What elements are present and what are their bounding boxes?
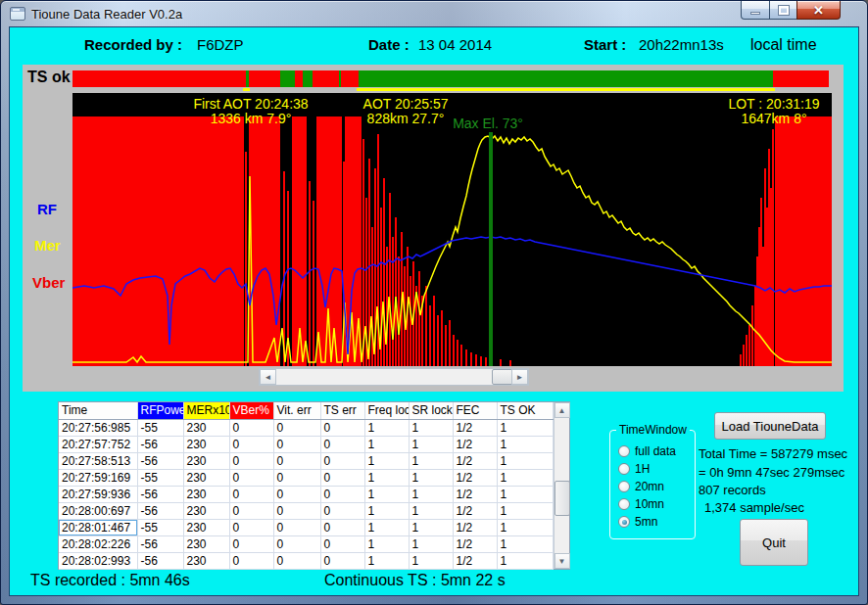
table-scrollbar-thumb[interactable] bbox=[555, 481, 570, 516]
table-cell: 20:27:59:936 bbox=[59, 486, 137, 502]
ts-segment-red bbox=[72, 70, 246, 87]
close-button[interactable]: ✕ bbox=[796, 1, 841, 20]
maximize-icon bbox=[779, 6, 789, 15]
radio-full-data[interactable]: full data bbox=[618, 442, 691, 460]
recorded-by-label: Recorded by : bbox=[84, 36, 182, 53]
table-cell: 0 bbox=[320, 519, 364, 535]
legend-vber: Vber bbox=[32, 274, 65, 291]
scroll-left-icon[interactable]: ◄ bbox=[260, 369, 276, 385]
table-cell: -56 bbox=[137, 502, 183, 519]
table-cell: 1/2 bbox=[453, 486, 497, 502]
table-row[interactable]: 20:27:57:752-56230000111/21 bbox=[59, 436, 553, 452]
radio-20mn[interactable]: 20mn bbox=[618, 478, 691, 495]
column-header-ts-err[interactable]: TS err bbox=[320, 402, 364, 419]
radio-icon[interactable] bbox=[618, 516, 630, 528]
chart-annotation-2: Max El. 73° bbox=[453, 116, 523, 131]
data-grid: TimeRFPowerMERx10VBer%Vit. errTS errFreq… bbox=[58, 401, 570, 570]
table-cell: -56 bbox=[137, 486, 183, 502]
table-cell: 1/2 bbox=[453, 436, 497, 452]
recorded-by-value: F6DZP bbox=[197, 36, 244, 53]
column-header-ts-ok[interactable]: TS OK bbox=[497, 402, 553, 419]
table-row[interactable]: 20:27:58:513-56230000111/21 bbox=[59, 452, 553, 469]
load-tiounedata-button[interactable]: Load TiouneData bbox=[714, 412, 826, 440]
time-window-options: full data1H20mn10mn5mn bbox=[618, 442, 691, 531]
table-cell: 1/2 bbox=[453, 535, 497, 552]
table-cell: 230 bbox=[183, 486, 229, 502]
table-cell: -55 bbox=[137, 519, 183, 535]
table-cell: 0 bbox=[229, 486, 273, 502]
radio-1H[interactable]: 1H bbox=[618, 460, 691, 478]
maximize-button[interactable] bbox=[769, 1, 797, 20]
radio-label: 5mn bbox=[635, 515, 657, 529]
records-count: 807 records bbox=[699, 483, 766, 497]
table-cell: 0 bbox=[273, 552, 320, 569]
table-cell: 0 bbox=[320, 486, 364, 502]
telemetry-chart: First AOT 20:24:381336 km 7.9°AOT 20:25:… bbox=[72, 93, 832, 366]
radio-icon[interactable] bbox=[618, 445, 630, 457]
titlebar[interactable]: Tioune Data Reader V0.2a bbox=[1, 1, 867, 26]
date-value: 13 04 2014 bbox=[418, 36, 492, 53]
minimize-icon bbox=[750, 12, 760, 15]
chart-scrollbar[interactable]: ◄ ► bbox=[259, 368, 529, 386]
ts-segment-red bbox=[313, 70, 339, 87]
continuous-ts-label: Continuous TS : 5mn 22 s bbox=[324, 572, 506, 589]
quit-button[interactable]: Quit bbox=[740, 519, 808, 566]
start-value: 20h22mn13s bbox=[639, 36, 724, 53]
table-cell: 0 bbox=[320, 535, 364, 552]
table-cell: 0 bbox=[229, 469, 273, 486]
table-cell: 0 bbox=[320, 419, 364, 436]
table-cell: 1 bbox=[497, 452, 553, 469]
scroll-down-icon[interactable]: ▼ bbox=[555, 553, 570, 569]
minimize-button[interactable] bbox=[741, 1, 770, 20]
column-header-vit-err[interactable]: Vit. err bbox=[273, 402, 320, 419]
column-header-freq-lock[interactable]: Freq lock bbox=[364, 402, 409, 419]
table-cell: 0 bbox=[273, 469, 320, 486]
table-cell: 0 bbox=[320, 552, 364, 569]
table-cell: 1 bbox=[409, 552, 453, 569]
time-window-label: TimeWindow bbox=[616, 423, 690, 437]
table-row[interactable]: 20:27:56:985-55230000111/21 bbox=[59, 419, 553, 436]
table-scrollbar[interactable]: ▲ ▼ bbox=[554, 402, 570, 569]
start-label: Start : bbox=[584, 36, 626, 53]
ts-yellow-mark bbox=[243, 88, 250, 91]
column-header-vber-[interactable]: VBer% bbox=[229, 402, 273, 419]
table-row[interactable]: 20:28:01:467-55230000111/21 bbox=[59, 519, 553, 535]
ts-recorded-label: TS recorded : 5mn 46s bbox=[30, 572, 190, 589]
table-cell: 0 bbox=[320, 436, 364, 452]
column-header-merx10[interactable]: MERx10 bbox=[183, 402, 229, 419]
radio-icon[interactable] bbox=[618, 481, 630, 492]
table-cell: 230 bbox=[183, 552, 229, 569]
ts-segment-red bbox=[295, 70, 303, 87]
radio-icon[interactable] bbox=[618, 498, 630, 510]
column-header-fec[interactable]: FEC bbox=[453, 402, 497, 419]
scroll-up-icon[interactable]: ▲ bbox=[555, 402, 570, 418]
table-cell: 230 bbox=[183, 436, 229, 452]
table-row[interactable]: 20:28:00:697-56230000111/21 bbox=[59, 502, 553, 519]
table-cell: 0 bbox=[273, 452, 320, 469]
table-row[interactable]: 20:28:02:993-56230000111/21 bbox=[59, 552, 553, 569]
table-cell: -56 bbox=[137, 452, 183, 469]
table-row[interactable]: 20:27:59:169-55230000111/21 bbox=[59, 469, 553, 486]
table-cell: 1 bbox=[497, 469, 553, 486]
table-cell: 0 bbox=[273, 535, 320, 552]
table-cell: 1 bbox=[409, 452, 453, 469]
telemetry-table: TimeRFPowerMERx10VBer%Vit. errTS errFreq… bbox=[59, 402, 554, 570]
table-cell: 1 bbox=[364, 419, 409, 436]
table-row[interactable]: 20:27:59:936-56230000111/21 bbox=[59, 486, 553, 502]
column-header-rfpower[interactable]: RFPower bbox=[137, 402, 183, 419]
column-header-time[interactable]: Time bbox=[59, 402, 137, 419]
radio-5mn[interactable]: 5mn bbox=[618, 513, 691, 531]
table-row[interactable]: 20:28:02:226-56230000111/21 bbox=[59, 535, 553, 552]
legend-mer: Mer bbox=[34, 237, 61, 254]
table-cell: 1 bbox=[364, 519, 409, 535]
date-label: Date : bbox=[368, 36, 410, 53]
radio-icon[interactable] bbox=[618, 463, 630, 475]
column-header-sr-lock[interactable]: SR lock bbox=[409, 402, 453, 419]
table-cell: -55 bbox=[137, 419, 183, 436]
radio-10mn[interactable]: 10mn bbox=[618, 495, 691, 513]
table-cell: 1 bbox=[409, 436, 453, 452]
table-cell: 230 bbox=[183, 502, 229, 519]
ts-segment-green bbox=[303, 70, 313, 87]
ts-yellow-mark bbox=[357, 88, 775, 91]
scroll-right-icon[interactable]: ► bbox=[511, 369, 528, 385]
